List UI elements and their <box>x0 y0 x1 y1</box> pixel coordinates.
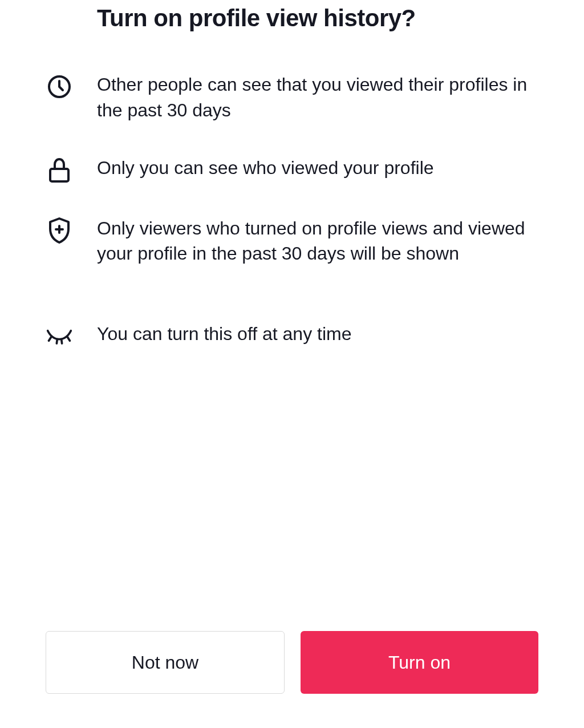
info-item-text: Only viewers who turned on profile views… <box>97 216 538 267</box>
info-item: Other people can see that you viewed the… <box>46 72 538 123</box>
info-item-text: Other people can see that you viewed the… <box>97 72 538 123</box>
info-item: Only you can see who viewed your profile <box>46 155 538 184</box>
eye-closed-icon <box>46 322 73 350</box>
svg-rect-1 <box>50 169 68 181</box>
info-item: You can turn this off at any time <box>46 321 538 350</box>
button-row: Not now Turn on <box>46 631 538 694</box>
clock-icon <box>46 73 73 100</box>
lock-icon <box>46 156 73 184</box>
shield-plus-icon <box>46 217 73 244</box>
not-now-button[interactable]: Not now <box>46 631 285 694</box>
turn-on-button[interactable]: Turn on <box>301 631 538 694</box>
info-item: Only viewers who turned on profile views… <box>46 216 538 267</box>
dialog-container: Turn on profile view history? Other peop… <box>0 0 584 728</box>
info-item-text: Only you can see who viewed your profile <box>97 155 434 181</box>
dialog-title: Turn on profile view history? <box>46 5 538 32</box>
info-item-text: You can turn this off at any time <box>97 321 352 347</box>
